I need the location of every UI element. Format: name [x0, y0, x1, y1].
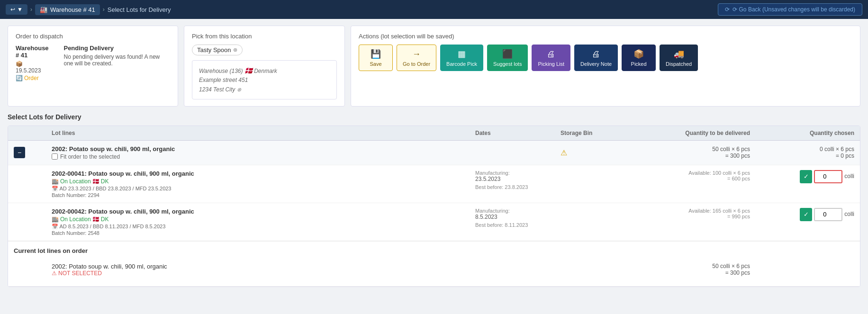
current-lot-lines-section: Current lot lines on order 2002: Potato …	[8, 241, 860, 286]
group-chosen-line2: = 0 pcs	[750, 153, 854, 159]
lot1-flag: 🇩🇰	[92, 178, 99, 185]
back-icon: ▼	[17, 6, 23, 13]
top-panels: Order to dispatch Warehouse # 41 📦 19.5.…	[8, 26, 860, 107]
location-icon: 🏬	[52, 178, 59, 185]
delivery-note-label: Delivery Note	[580, 61, 612, 67]
dispatched-icon: 🚚	[674, 49, 684, 59]
lot2-colli-label: colli	[844, 208, 854, 217]
lot1-colli-label: colli	[844, 170, 854, 179]
current-lot-product-cell: 2002: Potato soup w. chili, 900 ml, orga…	[52, 263, 475, 277]
lot2-bbd-label: Best before: 8.11.2023	[475, 222, 561, 228]
suggest-lots-button[interactable]: ⬛Suggest lots	[487, 45, 528, 71]
lot1-available-line1: Available: 100 colli × 6 pcs	[655, 170, 750, 176]
pick-flag-icon: 🇩🇰	[244, 67, 253, 74]
order-link[interactable]: 🔄 Order	[16, 75, 49, 81]
lot1-confirm-button[interactable]: ✓	[800, 170, 812, 183]
go-to-order-icon: →	[412, 49, 421, 59]
lot2-product-cell: 2002-00042: Potato soup w. chili, 900 ml…	[52, 208, 475, 236]
current-lot-row-1: 2002: Potato soup w. chili, 900 ml, orga…	[14, 259, 854, 280]
lot1-qty-deliver-cell: Available: 100 colli × 6 pcs = 600 pcs	[655, 170, 750, 181]
order-panel: Order to dispatch Warehouse # 41 📦 19.5.…	[8, 26, 178, 107]
pick-street: Example street 451	[199, 76, 330, 85]
barcode-pick-label: Barcode Pick	[446, 61, 477, 67]
current-lot-status: ⚠ NOT SELECTED	[52, 270, 475, 277]
lot1-bbd-label: Best before: 23.8.2023	[475, 184, 561, 190]
group-header-row: − 2002: Potato soup w. chili, 900 ml, or…	[8, 141, 860, 165]
group-qty-cell: 50 colli × 6 pcs = 300 pcs	[655, 146, 750, 159]
main-content: Order to dispatch Warehouse # 41 📦 19.5.…	[0, 19, 868, 294]
lot2-country: DK	[101, 216, 109, 223]
col-header-actions	[14, 130, 52, 136]
lot2-flag: 🇩🇰	[92, 216, 99, 223]
top-navigation: ↩ ▼ › 🏭 Warehouse # 41 › Select Lots for…	[0, 0, 868, 19]
col-header-lot-lines: Lot lines	[52, 130, 475, 136]
back-arrow-icon: ↩	[10, 6, 15, 13]
table-header: Lot lines Dates Storage Bin Quantity to …	[8, 126, 860, 141]
nav-chevron-1: ›	[30, 6, 32, 13]
col-header-qty-deliver: Quantity to be delivered	[655, 130, 750, 136]
current-lot-qty-line1: 50 colli × 6 pcs	[655, 263, 750, 269]
group-product-cell: 2002: Potato soup w. chili, 900 ml, orga…	[52, 145, 475, 160]
lot1-qty-field[interactable]	[814, 170, 842, 183]
lot-detail-row-2: 2002-00042: Potato soup w. chili, 900 ml…	[8, 203, 860, 241]
order-link-label: Order	[24, 75, 39, 81]
col-header-storage-bin: Storage Bin	[561, 130, 655, 136]
lot-detail-row-1: 2002-00041: Potato soup w. chili, 900 ml…	[8, 165, 860, 203]
go-back-button[interactable]: ⟳ ⟳ Go Back (Unsaved changes will be dis…	[718, 3, 862, 16]
col-header-qty-chosen: Quantity chosen	[750, 130, 854, 136]
suggest-lots-icon: ⬛	[502, 49, 513, 59]
fit-order-label: Fit order to the selected	[60, 153, 120, 160]
lot1-country: DK	[101, 178, 109, 185]
warehouse-nav-item[interactable]: 🏭 Warehouse # 41	[35, 4, 100, 15]
lot1-available-line2: = 600 pcs	[655, 176, 750, 181]
suggest-lots-label: Suggest lots	[493, 61, 522, 67]
pick-city: 1234 Test City ⊗	[199, 85, 330, 94]
lot1-dates-cell: Manufacturing: 23.5.2023 Best before: 23…	[475, 170, 561, 190]
collapse-button[interactable]: −	[14, 147, 25, 158]
lot2-available-line1: Available: 165 colli × 6 pcs	[655, 208, 750, 214]
pick-city-clear[interactable]: ⊗	[237, 87, 241, 92]
picking-list-label: Picking List	[538, 61, 564, 67]
action-buttons: 💾Save→Go to Order▦Barcode Pick⬛Suggest l…	[359, 45, 852, 71]
calendar-icon: 📦	[16, 61, 23, 67]
pick-location-name: Tasty Spoon	[197, 46, 231, 54]
lot2-qty-deliver-cell: Available: 165 colli × 6 pcs = 990 pcs	[655, 208, 750, 219]
go-to-order-button[interactable]: →Go to Order	[397, 45, 436, 71]
lot2-qty-field[interactable]	[814, 208, 842, 221]
pending-text: No pending delivery was found! A new one…	[63, 54, 170, 67]
nav-chevron-2: ›	[103, 6, 105, 13]
fit-order-checkbox[interactable]	[52, 153, 58, 160]
order-date: 📦 19.5.2023	[16, 61, 49, 74]
lots-table: Lot lines Dates Storage Bin Quantity to …	[8, 126, 860, 287]
lot1-mfg-label: Manufacturing:	[475, 170, 561, 176]
lot1-batch: Batch Number: 2294	[52, 192, 475, 198]
lot2-mfg-date: 8.5.2023	[475, 214, 561, 220]
warehouse-nav-label: Warehouse # 41	[50, 6, 95, 13]
lot1-product-cell: 2002-00041: Potato soup w. chili, 900 ml…	[52, 170, 475, 198]
group-product-name: 2002: Potato soup w. chili, 900 ml, orga…	[52, 145, 475, 153]
save-button[interactable]: 💾Save	[359, 45, 393, 71]
current-lot-qty-line2: = 300 pcs	[655, 269, 750, 276]
picked-button[interactable]: 📦Picked	[622, 45, 656, 71]
lot2-product-title: 2002-00042: Potato soup w. chili, 900 ml…	[52, 208, 475, 215]
go-to-order-label: Go to Order	[403, 61, 430, 67]
not-selected-label: NOT SELECTED	[58, 270, 102, 277]
lot2-qty-input-group: ✓ colli	[750, 208, 854, 221]
barcode-pick-button[interactable]: ▦Barcode Pick	[440, 45, 483, 71]
current-section-title: Current lot lines on order	[14, 247, 854, 254]
group-collapse-cell: −	[14, 147, 52, 158]
save-icon: 💾	[371, 49, 381, 59]
dispatched-button[interactable]: 🚚Dispatched	[660, 45, 698, 71]
pick-location-clear[interactable]: ⊗	[233, 47, 237, 53]
actions-title: Actions (lot selection will be saved)	[359, 33, 852, 40]
picking-list-button[interactable]: 🖨Picking List	[532, 45, 570, 71]
order-panel-title: Order to dispatch	[16, 33, 170, 40]
lot2-confirm-button[interactable]: ✓	[800, 208, 812, 221]
delivery-note-icon: 🖨	[592, 49, 600, 59]
order-right: Pending Delivery No pending delivery was…	[63, 45, 170, 81]
delivery-note-button[interactable]: 🖨Delivery Note	[574, 45, 618, 71]
barcode-pick-icon: ▦	[458, 49, 466, 59]
nav-back-button[interactable]: ↩ ▼	[6, 4, 27, 15]
not-selected-icon: ⚠	[52, 270, 57, 277]
lot1-mfg-date: 23.5.2023	[475, 176, 561, 182]
